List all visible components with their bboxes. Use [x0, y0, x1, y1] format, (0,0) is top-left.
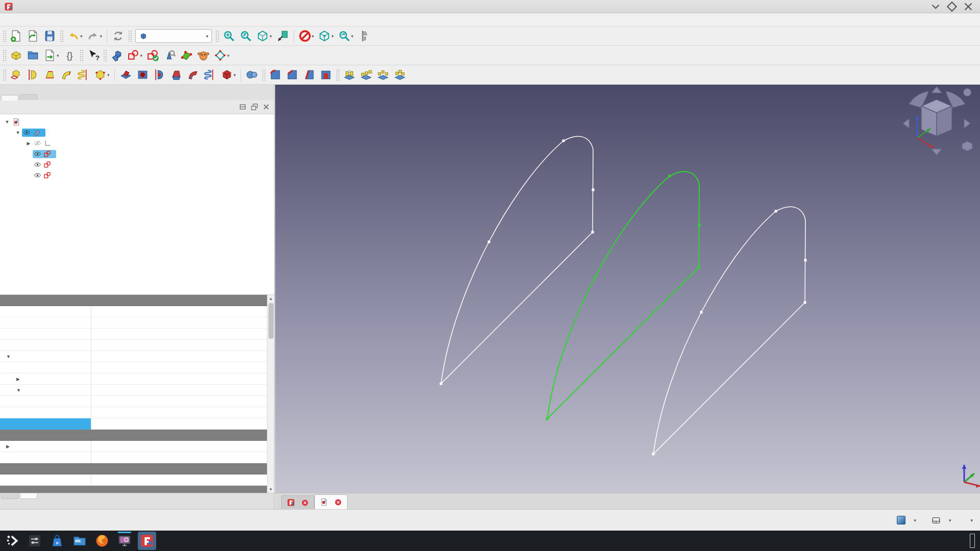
subtractive-loft-button[interactable] [168, 67, 184, 83]
sketch-vertex[interactable] [698, 224, 701, 227]
expander-open-icon[interactable]: ▼ [6, 351, 11, 362]
create-group-button[interactable] [25, 48, 41, 63]
tree-item-origin[interactable]: ▶ [0, 138, 274, 148]
chamfer-button[interactable] [284, 67, 300, 83]
zoom-level-caret-icon[interactable]: ▾ [914, 518, 916, 523]
document-tab-start[interactable] [281, 495, 314, 509]
sketch-vertex[interactable] [804, 302, 806, 304]
app-launcher-taskbar-button[interactable] [3, 532, 21, 550]
expander-closed-icon[interactable]: ▶ [6, 441, 10, 452]
zoom-tool-button[interactable]: ▾ [336, 29, 355, 44]
create-datum-dropdown-icon[interactable]: ▾ [227, 53, 230, 58]
expander-closed-icon[interactable]: ▶ [16, 373, 20, 385]
visibility-on-icon[interactable] [33, 150, 42, 158]
create-shapebinder-button[interactable] [195, 48, 211, 63]
mirrored-button[interactable] [341, 67, 357, 83]
create-part-button[interactable] [8, 48, 24, 63]
additive-primitive-button[interactable]: ▾ [92, 67, 111, 83]
sketch-vertex[interactable] [804, 259, 807, 262]
property-row-attachment-offset[interactable]: ▼ [0, 351, 267, 362]
property-value[interactable] [91, 441, 267, 452]
property-value[interactable] [91, 418, 267, 430]
tree-item-3sketch[interactable]: ▼ [0, 116, 274, 127]
tab-view[interactable] [1, 493, 18, 499]
menu-macro[interactable] [45, 18, 55, 21]
close-icon[interactable] [962, 2, 975, 12]
property-value[interactable] [91, 340, 267, 351]
property-value[interactable] [91, 306, 267, 317]
dock-split-icon[interactable] [239, 103, 247, 111]
validate-sketch-button[interactable] [162, 48, 178, 63]
dimensions-caret-icon[interactable]: ▾ [970, 518, 973, 523]
axonometric-view-button[interactable]: ▾ [255, 29, 274, 44]
open-document-button[interactable] [25, 29, 41, 44]
make-link-button[interactable]: ▾ [42, 48, 61, 63]
property-group-sketch[interactable] [0, 486, 267, 493]
menu-edit[interactable] [14, 18, 24, 21]
tab-data[interactable] [20, 493, 37, 499]
refresh-button[interactable] [110, 29, 126, 44]
property-row-y[interactable] [0, 407, 267, 418]
bounding-box-view-button[interactable]: ▾ [316, 29, 335, 44]
menu-windows[interactable] [76, 18, 86, 21]
3d-viewport[interactable] [275, 85, 980, 493]
create-datum-button[interactable]: ▾ [212, 48, 231, 63]
subtractive-helix-button[interactable] [202, 67, 218, 83]
draft-button[interactable] [301, 67, 317, 83]
property-value[interactable] [91, 362, 267, 373]
thickness-button[interactable] [318, 67, 334, 83]
property-row-z[interactable] [0, 418, 267, 430]
property-row-make-internals[interactable] [0, 474, 267, 486]
create-body-button[interactable] [109, 48, 125, 63]
fit-all-button[interactable] [221, 29, 237, 44]
sketch-vertex[interactable] [440, 383, 443, 385]
menu-file[interactable] [4, 18, 14, 21]
additive-loft-button[interactable] [42, 67, 58, 83]
expander-open-icon[interactable]: ▼ [14, 130, 22, 135]
property-value[interactable] [91, 396, 267, 407]
axonometric-view-dropdown-icon[interactable]: ▾ [270, 34, 272, 39]
dolphin-taskbar-button[interactable] [70, 532, 89, 550]
visibility-on-icon[interactable] [33, 161, 42, 168]
tab-close-icon[interactable] [334, 498, 342, 506]
map-sketch-to-face-button[interactable] [179, 48, 194, 63]
property-group-base[interactable] [0, 430, 267, 441]
sync-view-button[interactable] [275, 29, 290, 44]
navigation-style-caret-icon[interactable]: ▾ [949, 518, 951, 523]
expander-open-icon[interactable]: ▼ [16, 385, 21, 396]
fillet-button[interactable] [267, 67, 283, 83]
property-row-x[interactable] [0, 396, 267, 407]
tab-close-icon[interactable] [301, 499, 309, 507]
hole-button[interactable] [135, 67, 151, 83]
minimize-icon[interactable] [929, 2, 942, 12]
sketch-profile-2[interactable] [546, 171, 701, 420]
tree-item-sketch002[interactable] [0, 170, 274, 181]
subtractive-primitive-button[interactable]: ▾ [219, 67, 238, 83]
expander-open-icon[interactable]: ▼ [3, 119, 11, 124]
tree-item-body[interactable]: ▼ [0, 127, 274, 138]
property-row-attacher-engine[interactable] [0, 306, 267, 317]
visibility-off-icon[interactable] [33, 139, 42, 147]
sketch-vertex[interactable] [700, 311, 703, 314]
dock-float-icon[interactable] [251, 103, 258, 111]
sketch-vertex[interactable] [698, 266, 700, 269]
undo-dropdown-icon[interactable]: ▾ [80, 34, 83, 39]
multitransform-button[interactable] [392, 67, 408, 83]
additive-helix-button[interactable] [76, 67, 91, 83]
polar-pattern-button[interactable] [375, 67, 391, 83]
sketch-profile-3[interactable] [652, 207, 807, 455]
fit-selection-button[interactable] [238, 29, 254, 44]
show-desktop-button[interactable] [970, 534, 975, 548]
menu-tools[interactable] [35, 18, 45, 21]
additive-sweep-button[interactable] [59, 67, 75, 83]
sketch-vertex[interactable] [546, 418, 549, 420]
redo-dropdown-icon[interactable]: ▾ [100, 34, 103, 39]
create-sketch-button[interactable]: ▾ [126, 48, 144, 63]
sketch-vertex[interactable] [669, 175, 671, 178]
redo-button[interactable]: ▾ [85, 29, 104, 44]
system-settings-taskbar-button[interactable] [26, 532, 44, 550]
whats-this-button[interactable]: ? [85, 48, 101, 63]
property-row-map-mode[interactable] [0, 329, 267, 340]
groove-button[interactable] [152, 67, 167, 83]
zoom-tool-dropdown-icon[interactable]: ▾ [351, 34, 354, 39]
